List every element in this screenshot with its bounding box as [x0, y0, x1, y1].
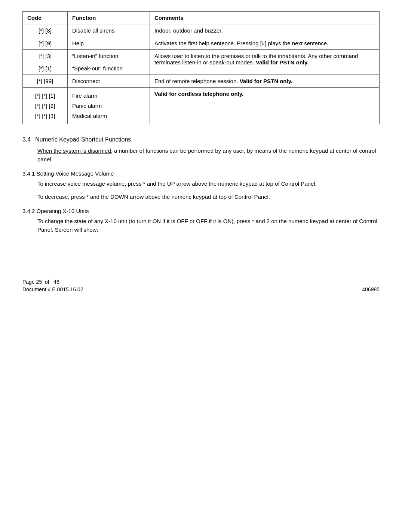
table-cell-function: “Listen-in” function — [68, 50, 150, 63]
table-cell-comments: Allows user to listen to the premises or… — [150, 50, 380, 75]
table-row: [*] [99] Disconnect End of remote teleph… — [23, 75, 380, 88]
code-medical: [*] [*] [3] — [27, 111, 63, 121]
function-medical: Medical alarm — [72, 111, 145, 121]
subsection-342-para1: To change the state of any X-10 unit (to… — [37, 217, 380, 234]
comments-bold: Valid for PSTN only. — [256, 59, 309, 66]
footer-doc-number: 406985 — [362, 286, 380, 292]
footer: Page 25 of 46 Document # E.0015.16.02 40… — [22, 279, 380, 292]
table-cell-functions: Fire alarm Panic alarm Medical alarm — [68, 88, 150, 124]
footer-page-label: Page — [22, 279, 35, 285]
table-row: [*] [9] Help Activates the first help se… — [23, 37, 380, 50]
section-34-number: 3.4 — [22, 136, 31, 143]
subsection-342-heading: 3.4.2 Operating X-10 Units — [22, 208, 380, 214]
table-cell-function: Disconnect — [68, 75, 150, 88]
code-fire: [*] [*] [1] — [27, 91, 63, 101]
table-cell-codes: [*] [*] [1] [*] [*] [2] [*] [*] [3] — [23, 88, 68, 124]
table-cell-code: [*] [9] — [23, 37, 68, 50]
remote-functions-table: Code Function Comments [*] [8] Disable a… — [22, 11, 380, 124]
table-cell-function: Help — [68, 37, 150, 50]
table-cell-function: Disable all sirens — [68, 24, 150, 37]
table-row-alarm: [*] [*] [1] [*] [*] [2] [*] [*] [3] Fire… — [23, 88, 380, 124]
table-cell-comments: Indoor, outdoor and buzzer. — [150, 24, 380, 37]
footer-doc-label: Document # E.0015.16.02 — [22, 286, 83, 292]
table-header-code: Code — [23, 12, 68, 24]
subsection-341-para1: To increase voice message volume, press … — [37, 180, 380, 188]
table-cell-comments: Activates the first help sentence. Press… — [150, 37, 380, 50]
function-panic: Panic alarm — [72, 101, 145, 111]
table-cell-code: [*] [3] — [23, 50, 68, 63]
subsection-341-title: Setting Voice Message Volume — [37, 170, 114, 177]
subsection-342-title: Operating X-10 Units — [37, 208, 89, 214]
subsection-341-heading: 3.4.1 Setting Voice Message Volume — [22, 170, 380, 177]
table-cell-code: [*] [8] — [23, 24, 68, 37]
section-34-intro: When the system is disarmed, a number of… — [37, 147, 380, 164]
table-row-listen: [*] [3] “Listen-in” function Allows user… — [23, 50, 380, 63]
subsection-341-number: 3.4.1 — [22, 170, 35, 177]
subsection-341-para2: To decrease, press * and the DOWN arrow … — [37, 193, 380, 201]
table-header-function: Function — [68, 12, 150, 24]
footer-page: Page 25 of 46 — [22, 279, 380, 285]
footer-of-label: of — [45, 279, 49, 285]
comments-bold: Valid for PSTN only. — [240, 78, 292, 84]
section-34-title: Numeric Keypad Shortcut Functions — [35, 136, 131, 143]
table-cell-code: [*] [1] — [23, 62, 68, 75]
table-cell-code: [*] [99] — [23, 75, 68, 88]
code-panic: [*] [*] [2] — [27, 101, 63, 111]
footer-total-pages: 46 — [53, 279, 59, 285]
table-header-comments: Comments — [150, 12, 380, 24]
footer-doc: Document # E.0015.16.02 406985 — [22, 286, 380, 292]
function-fire: Fire alarm — [72, 91, 145, 101]
comments-bold-alarm: Valid for cordless telephone only. — [154, 91, 243, 97]
section-34-intro-underline: When the system is disarmed — [37, 148, 111, 154]
table-cell-function: “Speak-out” function — [68, 62, 150, 75]
table-cell-comments: End of remote telephone session. Valid f… — [150, 75, 380, 88]
subsection-342-number: 3.4.2 — [22, 208, 35, 214]
table-row: [*] [8] Disable all sirens Indoor, outdo… — [23, 24, 380, 37]
footer-page-num: 25 — [36, 279, 42, 285]
section-34-heading: 3.4 Numeric Keypad Shortcut Functions — [22, 136, 380, 143]
table-cell-comments-alarm: Valid for cordless telephone only. — [150, 88, 380, 124]
